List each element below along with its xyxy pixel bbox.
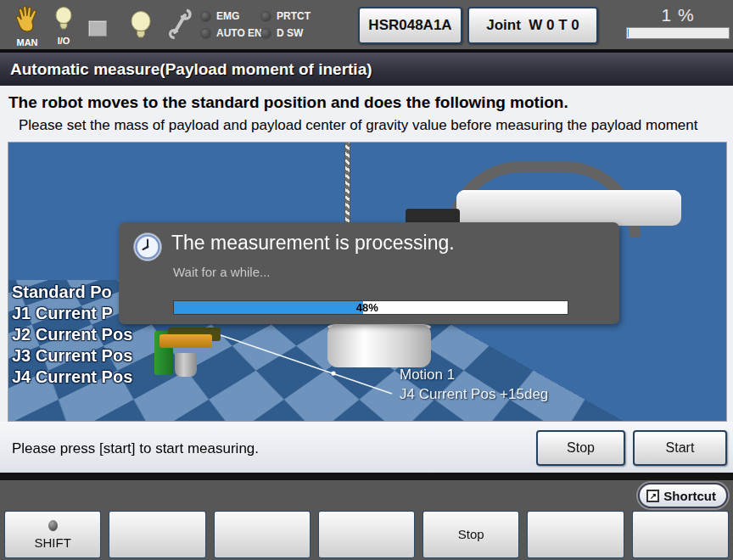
function-key-2[interactable] — [109, 511, 205, 558]
page-title: Automatic measure(Payload moment of iner… — [10, 60, 372, 79]
shortcut-button[interactable]: ↗ Shortcut — [638, 483, 728, 508]
function-key-4[interactable] — [318, 511, 415, 558]
separator-bottom — [0, 473, 733, 480]
instruction-line2: Please set the mass of payload and paylo… — [19, 117, 697, 134]
clock-icon — [132, 232, 163, 262]
io-indicator: I/O — [48, 7, 79, 46]
function-key-7[interactable] — [632, 511, 729, 558]
led-group-left: EMG AUTO EN — [200, 10, 262, 39]
status-bar: Please press [start] to start measuring.… — [0, 422, 733, 473]
start-button[interactable]: Start — [633, 430, 727, 466]
stop-button[interactable]: Stop — [536, 430, 625, 466]
tool-gripper-shaft — [175, 353, 197, 377]
position-label: J3 Current Pos — [12, 345, 132, 367]
function-key-3[interactable] — [214, 511, 311, 558]
emg-led — [200, 11, 211, 22]
measurement-progress-label: 48% — [356, 301, 378, 314]
teach-pendant-screen: MAN I/O — [0, 0, 733, 560]
prtct-label: PRTCT — [277, 10, 311, 22]
lamp-indicator — [129, 11, 153, 43]
hoist-cable — [344, 143, 350, 227]
square-indicator — [88, 20, 107, 36]
lamp-icon — [129, 11, 153, 43]
position-label: Standard Po — [12, 282, 132, 303]
position-label: J1 Current P — [12, 303, 132, 324]
speed-progress-bar — [626, 27, 730, 39]
function-key-6[interactable] — [527, 511, 624, 558]
tool-indicator — [166, 8, 192, 44]
coord-mode-button[interactable]: Joint W 0 T 0 — [467, 7, 598, 44]
robot-model-button[interactable]: HSR048A1A — [358, 7, 462, 44]
measurement-progress-bar: 48% — [173, 300, 568, 315]
processing-dialog: The measurement is processing. Wait for … — [119, 222, 619, 324]
position-label: J2 Current Pos — [12, 324, 132, 345]
function-key-shift[interactable]: SHIFT — [4, 511, 101, 558]
function-key-stop[interactable]: Stop — [422, 511, 519, 558]
dsw-label: D SW — [277, 27, 311, 39]
hand-icon — [14, 5, 41, 37]
motion-line1: Motion 1 — [400, 365, 548, 384]
dsw-led — [260, 28, 271, 39]
manual-mode-indicator: MAN — [10, 5, 44, 48]
shortcut-label: Shortcut — [663, 489, 716, 503]
motion-annotation: Motion 1 J4 Current Pos +15deg — [400, 365, 548, 404]
position-label-list: Standard Po J1 Current P J2 Current Pos … — [12, 282, 132, 388]
man-label: MAN — [16, 37, 37, 48]
position-label: J4 Current Pos — [12, 367, 132, 388]
status-message: Please press [start] to start measuring. — [12, 440, 259, 457]
speed-percent-text: 1 % — [626, 5, 730, 25]
dialog-title: The measurement is processing. — [171, 232, 455, 255]
top-toolbar: MAN I/O — [0, 0, 733, 49]
led-group-right: PRTCT D SW — [260, 10, 311, 39]
wrench-icon — [166, 8, 192, 44]
emg-label: EMG — [216, 10, 262, 22]
tool-gripper-orange — [159, 334, 212, 348]
motion-line2: J4 Current Pos +15deg — [400, 384, 548, 404]
shortcut-icon: ↗ — [646, 490, 659, 502]
io-label: I/O — [58, 36, 70, 46]
measurement-progress-fill — [174, 301, 363, 314]
robot-base — [327, 325, 431, 367]
instruction-area: The robot moves to the standard position… — [0, 86, 733, 142]
function-key-row: SHIFT Stop — [0, 511, 733, 558]
instruction-line1: The robot moves to the standard position… — [8, 93, 568, 112]
speed-override: 1 % — [626, 5, 730, 39]
auto-en-label: AUTO EN — [216, 27, 262, 39]
prtct-led — [260, 11, 271, 22]
square-icon — [88, 20, 107, 36]
io-bulb-icon — [53, 7, 74, 36]
bottom-bar: ↗ Shortcut SHIFT Stop — [0, 480, 733, 560]
title-bar: Automatic measure(Payload moment of iner… — [0, 53, 733, 86]
auto-en-led — [200, 28, 211, 39]
dialog-subtitle: Wait for a while... — [173, 265, 270, 279]
shift-led-icon — [48, 520, 58, 531]
robot-arm — [456, 190, 681, 226]
speed-progress-fill — [628, 29, 629, 37]
